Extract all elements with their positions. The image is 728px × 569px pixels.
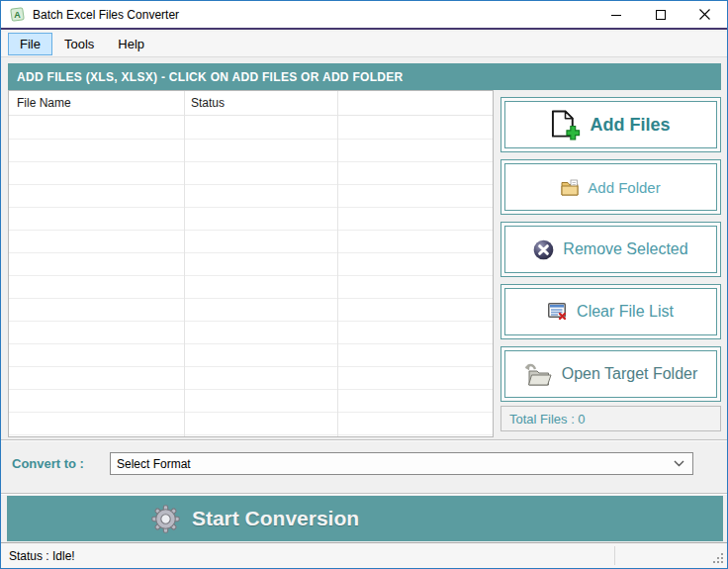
folder-add-icon	[561, 179, 579, 196]
remove-circle-icon	[533, 239, 554, 260]
menu-item-file[interactable]: File	[8, 33, 52, 55]
add-files-banner: ADD FILES (XLS, XLSX) - CLICK ON ADD FIL…	[8, 63, 721, 90]
app-window: A Batch Excel Files Converter F	[0, 0, 728, 569]
remove-selected-label: Remove Selected	[563, 240, 687, 258]
excel-converter-app-icon: A	[10, 7, 25, 22]
window-controls	[593, 1, 727, 28]
column-header-status[interactable]: Status	[191, 96, 225, 110]
menu-item-tools[interactable]: Tools	[52, 33, 106, 55]
chevron-down-icon	[674, 460, 684, 467]
menu-bar: File Tools Help	[1, 32, 727, 57]
divider	[1, 493, 727, 494]
total-files-box: Total Files : 0	[500, 406, 721, 431]
gear-icon	[151, 505, 180, 533]
resize-grip[interactable]	[721, 561, 723, 563]
file-list-header: File Name Status	[9, 91, 493, 116]
start-conversion-label: Start Conversion	[192, 507, 359, 530]
convert-to-label: Convert to :	[12, 456, 84, 471]
column-divider	[337, 91, 338, 436]
clear-list-icon	[548, 303, 568, 321]
remove-selected-button[interactable]: Remove Selected	[500, 222, 721, 277]
column-divider	[184, 91, 185, 436]
status-text: Status : Idle!	[9, 549, 75, 563]
status-bar-divider	[614, 546, 615, 565]
file-list-body[interactable]	[9, 117, 493, 436]
maximize-button[interactable]	[638, 1, 682, 28]
close-icon	[698, 8, 711, 21]
clear-file-list-label: Clear File List	[577, 303, 674, 321]
open-target-folder-label: Open Target Folder	[562, 365, 698, 383]
document-add-icon	[551, 110, 581, 141]
minimize-icon	[610, 9, 622, 21]
window-title: Batch Excel Files Converter	[33, 8, 179, 22]
add-files-label: Add Files	[590, 115, 670, 136]
divider	[1, 439, 727, 440]
format-dropdown-value: Select Format	[117, 457, 191, 471]
file-list[interactable]: File Name Status	[8, 90, 494, 437]
status-bar: Status : Idle!	[1, 542, 727, 568]
menu-item-help[interactable]: Help	[106, 33, 156, 55]
open-folder-icon	[524, 362, 553, 387]
minimize-button[interactable]	[593, 1, 638, 28]
title-bar: A Batch Excel Files Converter	[1, 1, 727, 30]
open-target-folder-button[interactable]: Open Target Folder	[500, 346, 721, 402]
clear-file-list-button[interactable]: Clear File List	[500, 284, 721, 339]
maximize-icon	[655, 9, 667, 21]
column-header-file-name[interactable]: File Name	[17, 96, 71, 110]
add-folder-button[interactable]: Add Folder	[500, 159, 721, 215]
add-folder-label: Add Folder	[588, 179, 660, 196]
format-dropdown[interactable]: Select Format	[110, 452, 693, 475]
banner-text: ADD FILES (XLS, XLSX) - CLICK ON ADD FIL…	[17, 70, 404, 84]
start-conversion-button[interactable]: Start Conversion	[7, 496, 723, 541]
svg-text:A: A	[14, 10, 21, 20]
add-files-button[interactable]: Add Files	[500, 97, 721, 152]
total-files-label: Total Files : 0	[509, 412, 586, 427]
close-button[interactable]	[682, 1, 727, 28]
